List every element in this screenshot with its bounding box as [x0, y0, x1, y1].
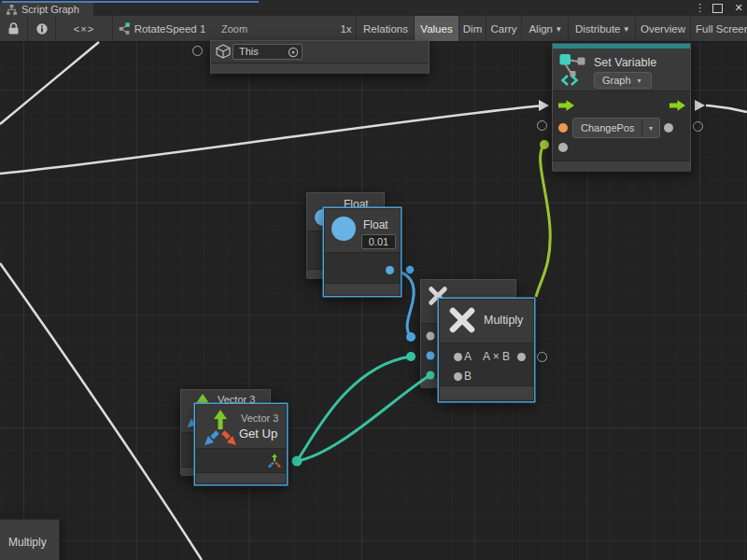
- chevron-down-icon: ▾: [641, 119, 659, 137]
- unconnected-port-circle[interactable]: [537, 352, 547, 362]
- float-node[interactable]: Float 0.01: [324, 208, 401, 296]
- breadcrumb-label: RotateSpeed 1: [134, 23, 206, 35]
- this-node[interactable]: This: [210, 40, 430, 74]
- set-variable-node[interactable]: Set Variable Graph ▾ ChangePos ▾: [552, 43, 691, 171]
- port-dot-gray[interactable]: [558, 143, 568, 152]
- lock-icon: [8, 22, 19, 35]
- flow-port-triangle-out[interactable]: [695, 100, 705, 111]
- this-object-field[interactable]: This: [233, 44, 303, 60]
- chevron-down-icon: ▾: [638, 77, 641, 85]
- graph-breadcrumb[interactable]: RotateSpeed 1: [113, 16, 210, 41]
- maximize-icon[interactable]: [712, 4, 723, 13]
- node-title: Get Up: [239, 427, 277, 441]
- unconnected-port-circle[interactable]: [192, 46, 203, 56]
- object-picker-icon[interactable]: [288, 47, 299, 58]
- set-variable-icon: [559, 53, 587, 87]
- edit-graph-button[interactable]: <×>: [56, 16, 113, 41]
- unconnected-port-circle[interactable]: [537, 120, 547, 131]
- script-graph-icon: [7, 5, 17, 15]
- node-title: Set Variable: [594, 56, 656, 69]
- variable-name-dropdown[interactable]: ChangePos ▾: [572, 118, 660, 138]
- unity-visual-scripting-window: Script Graph ⋮ ✕ <×>: [0, 0, 747, 560]
- vector3-icon: [202, 408, 239, 447]
- distribute-dropdown[interactable]: Distribute▾: [569, 16, 636, 41]
- float-icon: [331, 217, 356, 241]
- variable-scope-dropdown[interactable]: Graph ▾: [594, 72, 652, 89]
- float-value-field[interactable]: 0.01: [361, 234, 396, 249]
- zoom-value: 1x: [336, 16, 357, 41]
- lock-button[interactable]: [0, 16, 28, 41]
- multiply-node-corner[interactable]: Multiply: [0, 519, 60, 560]
- dim-button[interactable]: Dim: [459, 16, 486, 41]
- input-b-label: B: [464, 370, 472, 383]
- node-title: Multiply: [484, 314, 523, 327]
- node-title: Float: [363, 218, 388, 231]
- flow-arrow-in[interactable]: [558, 100, 574, 111]
- multiply-icon: [447, 305, 477, 335]
- vector3-output-icon[interactable]: [267, 453, 282, 469]
- carry-button[interactable]: Carry: [486, 16, 522, 41]
- kebab-menu-icon[interactable]: ⋮: [695, 2, 704, 14]
- align-dropdown[interactable]: Align▾: [522, 16, 569, 41]
- close-icon[interactable]: ✕: [732, 2, 745, 14]
- input-a-label: A: [464, 350, 472, 363]
- title-bar: Script Graph ⋮ ✕: [0, 0, 747, 16]
- tab-label: Script Graph: [21, 4, 79, 15]
- node-title: Multiply: [8, 536, 47, 549]
- flow-port-triangle-in[interactable]: [539, 100, 549, 111]
- overview-button[interactable]: Overview: [636, 16, 691, 41]
- port-dot-blue[interactable]: [386, 266, 394, 274]
- get-up-node[interactable]: Vector 3 Get Up: [195, 404, 287, 484]
- code-brackets-icon: <×>: [74, 23, 94, 35]
- graph-toolbar: <×> RotateSpeed 1 Zoom 1x Relations Valu…: [0, 16, 747, 42]
- relations-button[interactable]: Relations: [358, 16, 415, 41]
- output-label: A × B: [483, 350, 510, 363]
- port-dot-gray[interactable]: [454, 353, 462, 361]
- multiply-node[interactable]: Multiply A A × B B: [439, 299, 534, 401]
- port-dot-gray[interactable]: [517, 353, 526, 361]
- chevron-down-icon: ▾: [625, 24, 629, 34]
- port-dot-gray[interactable]: [454, 372, 462, 381]
- unconnected-port-circle[interactable]: [693, 121, 703, 132]
- flow-arrow-out[interactable]: [669, 100, 685, 111]
- port-dot-gray[interactable]: [664, 123, 673, 133]
- info-icon: [36, 23, 48, 35]
- port-dot-orange[interactable]: [558, 123, 568, 133]
- gameobject-cube-icon: [216, 44, 231, 59]
- tab-script-graph[interactable]: Script Graph: [0, 3, 93, 16]
- graph-node-icon: [118, 22, 130, 35]
- values-button[interactable]: Values: [415, 16, 459, 41]
- chevron-down-icon: ▾: [557, 24, 561, 34]
- zoom-label: Zoom: [218, 16, 251, 41]
- info-button[interactable]: [28, 16, 56, 41]
- full-screen-button[interactable]: Full Screen: [691, 16, 747, 41]
- node-subtitle: Vector 3: [241, 413, 278, 424]
